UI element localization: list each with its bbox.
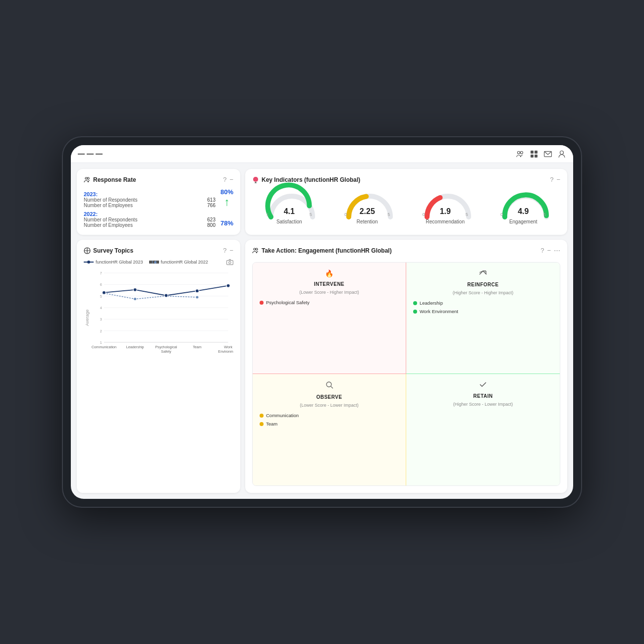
rr-data: 2023: Number of Respondents 613 Number o…	[84, 188, 215, 228]
intervene-icon: 🔥	[260, 269, 399, 277]
chart-inner: 1234567CommunicationLeadershipPsychologi…	[90, 268, 233, 367]
reinforce-item-2: Work Environment	[413, 309, 553, 314]
response-rate-title: Response Rate	[84, 176, 136, 183]
svg-rect-2	[531, 151, 534, 154]
yellow-dot-2	[260, 422, 264, 426]
reinforce-icon	[413, 269, 553, 278]
chart-camera-icon[interactable]	[226, 259, 233, 265]
svg-text:7: 7	[100, 271, 102, 275]
response-rate-card: Response Rate ? − 2023: Number of Respon…	[77, 169, 240, 235]
gauges-row: 4.1 1 5 Satisfaction 2.25 0 5 Retention	[252, 188, 560, 224]
svg-point-1	[521, 151, 523, 154]
quadrant-observe: OBSERVE (Lower Score - Lower Impact) Com…	[253, 374, 406, 485]
svg-text:Work: Work	[224, 345, 232, 349]
top-bar	[71, 145, 573, 163]
svg-point-40	[102, 291, 106, 294]
top-bar-icons	[516, 150, 566, 159]
gauge-max: 5	[310, 212, 312, 217]
svg-text:6: 6	[100, 283, 102, 287]
svg-rect-5	[535, 155, 537, 158]
take-action-title: Take Action: Engagement (functionHR Glob…	[252, 247, 392, 254]
key-indicators-header: Key Indicators (functionHR Global) ? −	[252, 176, 560, 183]
take-action-header: Take Action: Engagement (functionHR Glob…	[252, 247, 560, 254]
rr-2022-employees: Number of Employees 800	[84, 222, 215, 228]
legend-2023: functionHR Global 2023	[84, 259, 143, 265]
green-dot-2	[413, 310, 417, 314]
svg-text:5: 5	[100, 295, 102, 299]
svg-text:1: 1	[100, 341, 102, 345]
hamburger-menu[interactable]	[78, 153, 103, 156]
observe-title: OBSERVE	[260, 394, 399, 400]
gauge-container: 2.25 0 5	[342, 190, 392, 217]
tablet-frame: Response Rate ? − 2023: Number of Respon…	[62, 136, 582, 508]
svg-rect-4	[531, 155, 534, 158]
svg-point-49	[326, 382, 331, 387]
gauge-value: 4.1	[284, 207, 295, 216]
intervene-item-1: Psychological Safety	[260, 300, 399, 305]
retain-subtitle: (Higher Score - Lower Impact)	[413, 402, 553, 407]
rr-2022-respondents: Number of Respondents 623	[84, 217, 215, 222]
line-chart-svg: 1234567CommunicationLeadershipPsychologi…	[90, 268, 233, 367]
rr-2023-employees: Number of Employees 766	[84, 203, 215, 208]
svg-text:2: 2	[100, 329, 102, 333]
retain-title: RETAIN	[413, 393, 553, 399]
intervene-title: INTERVENE	[260, 281, 399, 287]
users-icon[interactable]	[516, 150, 525, 159]
gauge-min: 0	[500, 212, 503, 217]
green-dot-1	[413, 301, 417, 305]
svg-point-42	[164, 294, 168, 297]
dashboard-content: Response Rate ? − 2023: Number of Respon…	[71, 163, 573, 499]
take-action-card: Take Action: Engagement (functionHR Glob…	[245, 240, 567, 493]
svg-text:Environment: Environment	[218, 350, 233, 354]
user-icon[interactable]	[557, 150, 566, 159]
svg-point-44	[226, 284, 230, 287]
red-dot	[260, 301, 264, 305]
svg-point-13	[229, 262, 231, 264]
svg-point-7	[560, 151, 564, 154]
gauge-min: 1	[267, 212, 269, 217]
reinforce-item-1: Leadership	[413, 300, 553, 306]
svg-point-41	[133, 288, 137, 291]
svg-point-46	[256, 248, 258, 250]
action-quadrant-grid: 🔥 INTERVENE (Lower Score - Higher Impact…	[252, 262, 560, 486]
gauge-value: 1.9	[440, 207, 451, 216]
gauge-min: 0	[344, 212, 347, 217]
quadrant-retain: RETAIN (Higher Score - Lower Impact)	[406, 374, 560, 485]
key-indicators-controls[interactable]: ? −	[550, 176, 560, 183]
reinforce-subtitle: (Higher Score - Higher Impact)	[413, 290, 553, 295]
line-chart-wrapper: Average 1234567CommunicationLeadershipPs…	[84, 268, 233, 367]
gauge-value: 4.9	[518, 207, 529, 216]
quadrant-intervene: 🔥 INTERVENE (Lower Score - Higher Impact…	[253, 263, 406, 374]
response-rate-controls[interactable]: ? −	[223, 176, 233, 183]
observe-icon	[260, 381, 399, 390]
rr-2023-respondents: Number of Respondents 613	[84, 197, 215, 203]
reinforce-title: REINFORCE	[413, 282, 553, 287]
svg-text:Communication: Communication	[92, 345, 116, 349]
gauge-item-engagement: 4.9 0 5 Engagement	[498, 190, 548, 224]
gauge-item-retention: 2.25 0 5 Retention	[342, 190, 392, 224]
yellow-dot-1	[260, 414, 264, 418]
svg-point-0	[518, 151, 520, 154]
svg-text:4: 4	[100, 306, 102, 310]
chart-legend: functionHR Global 2023 functionHR Global…	[84, 259, 233, 265]
gauge-max: 5	[543, 212, 546, 217]
take-action-controls[interactable]: ? − ⋯	[540, 247, 560, 254]
rr-content: 2023: Number of Respondents 613 Number o…	[84, 188, 233, 228]
svg-text:Psychological: Psychological	[155, 345, 177, 349]
svg-point-9	[87, 177, 89, 179]
grid-icon[interactable]	[530, 150, 538, 159]
svg-text:Safety: Safety	[161, 350, 171, 354]
gauge-item-satisfaction: 4.1 1 5 Satisfaction	[265, 190, 314, 224]
svg-point-8	[85, 177, 87, 179]
gauge-item-recommendation: 1.9 0 5 Recommendation	[421, 190, 470, 224]
observe-item-1: Communication	[260, 413, 399, 418]
retain-icon	[413, 381, 553, 389]
observe-item-2: Team	[260, 421, 399, 427]
rr-percents: 80% ↑ 78%	[220, 188, 233, 227]
key-indicators-title: Key Indicators (functionHR Global)	[252, 176, 360, 183]
survey-topics-controls[interactable]: ? −	[223, 247, 233, 254]
quadrant-reinforce: REINFORCE (Higher Score - Higher Impact)…	[406, 263, 560, 374]
mail-icon[interactable]	[543, 150, 552, 159]
svg-text:3: 3	[100, 318, 102, 322]
key-indicators-card: Key Indicators (functionHR Global) ? −	[245, 169, 567, 235]
